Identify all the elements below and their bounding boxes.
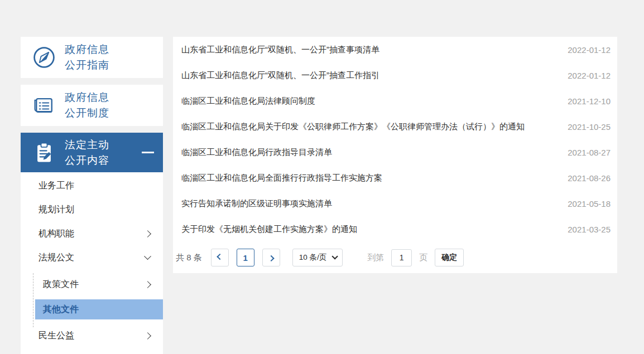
confirm-button[interactable]: 确定 (435, 249, 464, 266)
sidebar-item-statutory-disclosure[interactable]: 法定主动 公开内容 (21, 133, 163, 172)
page-unit-label: 页 (419, 253, 427, 263)
sidebar-item-label: 法定主动 公开内容 (65, 137, 109, 168)
total-count-label: 共 8 条 (176, 253, 202, 263)
chevron-icon (144, 332, 151, 340)
list-item[interactable]: 山东省工业和信息化厅“双随机、一公开”抽查事项清单 2022-01-12 (173, 37, 617, 62)
notebook-icon (31, 93, 57, 118)
clipboard-pencil-icon (31, 140, 57, 166)
sidebar-menu-item-2[interactable]: 规划计划 (21, 198, 163, 222)
list-item[interactable]: 临淄区工业和信息化局关于印发《公职律师工作方案》《公职律师管理办法（试行）》的通… (173, 114, 617, 139)
document-title: 临淄区工业和信息化局法律顾问制度 (181, 96, 560, 106)
document-date: 2021-12-10 (568, 96, 611, 106)
page-size-label: 10 条/页 (299, 253, 327, 263)
collapse-minus-icon[interactable] (142, 152, 154, 153)
document-title: 临淄区工业和信息化局全面推行行政指导工作实施方案 (181, 173, 560, 183)
next-page-button[interactable] (262, 249, 280, 266)
sidebar-item-label: 政府信息 公开指南 (65, 42, 109, 73)
document-date: 2022-01-12 (568, 45, 611, 55)
sidebar-menu-item-label: 其他文件 (43, 304, 79, 316)
sidebar-menu-item-7[interactable]: 民生公益 (21, 324, 163, 348)
document-date: 2021-05-18 (568, 199, 611, 208)
sidebar-item-label: 政府信息 公开制度 (65, 90, 109, 121)
document-date: 2021-03-25 (568, 225, 611, 234)
document-date: 2021-08-26 (568, 173, 611, 183)
document-title: 临淄区工业和信息化局关于印发《公职律师工作方案》《公职律师管理办法（试行）》的通… (181, 122, 560, 132)
sidebar-menu-item-label: 民生公益 (39, 330, 74, 342)
document-date: 2021-10-25 (568, 122, 611, 132)
sidebar-menu-item-label: 政策文件 (43, 279, 79, 290)
sidebar-menu-item-label: 业务工作 (39, 180, 74, 192)
sidebar-item-gov-info-guide[interactable]: 政府信息 公开指南 (21, 37, 163, 78)
compass-icon (31, 45, 57, 70)
prev-page-button[interactable] (211, 249, 229, 266)
document-title: 实行告知承诺制的区级证明事项实施清单 (181, 198, 560, 209)
list-item[interactable]: 实行告知承诺制的区级证明事项实施清单 2021-05-18 (173, 191, 617, 216)
chevron-icon (144, 281, 151, 288)
sidebar-menu-item-label: 法规公文 (39, 252, 74, 264)
document-list-panel: 山东省工业和信息化厅“双随机、一公开”抽查事项清单 2022-01-12 山东省… (173, 37, 617, 273)
sidebar-menu-item-3[interactable]: 机构职能 (21, 222, 163, 246)
sidebar-menu-item-1[interactable]: 业务工作 (21, 174, 163, 198)
chevron-icon (144, 253, 151, 260)
sidebar-menu-item-label: 规划计划 (39, 204, 74, 216)
sidebar-menu-item-label: 机构职能 (39, 228, 74, 240)
sidebar-menu-item-5[interactable]: 政策文件 (21, 273, 163, 297)
document-title: 山东省工业和信息化厅“双随机、一公开”抽查工作指引 (181, 70, 560, 81)
list-item[interactable]: 临淄区工业和信息化局全面推行行政指导工作实施方案 2021-08-26 (173, 165, 617, 191)
sidebar-item-gov-info-system[interactable]: 政府信息 公开制度 (21, 85, 163, 126)
list-item[interactable]: 临淄区工业和信息化局行政指导目录清单 2021-08-27 (173, 139, 617, 165)
chevron-left-icon (217, 254, 223, 260)
chevron-icon (144, 230, 151, 237)
list-item[interactable]: 临淄区工业和信息化局法律顾问制度 2021-12-10 (173, 88, 617, 114)
page-1-button[interactable]: 1 (237, 249, 254, 266)
document-title: 临淄区工业和信息化局行政指导目录清单 (181, 147, 560, 158)
list-item[interactable]: 山东省工业和信息化厅“双随机、一公开”抽查工作指引 2022-01-12 (173, 62, 617, 88)
pagination: 共 8 条 1 10 条/页 到第 页 确定 (173, 242, 617, 273)
document-title: 山东省工业和信息化厅“双随机、一公开”抽查事项清单 (181, 45, 560, 55)
sidebar-submenu: 业务工作 规划计划 机构职能 法规公文 政策文件 其他文件 民生公益 (21, 172, 163, 354)
sidebar: 政府信息 公开指南 政府信息 公开制度 法定主动 (21, 37, 163, 354)
document-date: 2021-08-27 (568, 148, 611, 157)
chevron-down-icon (332, 253, 338, 259)
page-size-select[interactable]: 10 条/页 (292, 249, 343, 266)
sidebar-menu-item-6[interactable]: 其他文件 (35, 299, 163, 319)
sidebar-menu-item-4[interactable]: 法规公文 (21, 246, 163, 270)
document-date: 2022-01-12 (568, 71, 611, 80)
goto-page-label: 到第 (367, 253, 384, 263)
chevron-right-icon (268, 255, 274, 261)
list-item[interactable]: 关于印发《无烟机关创建工作实施方案》的通知 2021-03-25 (173, 216, 617, 242)
document-title: 关于印发《无烟机关创建工作实施方案》的通知 (181, 224, 560, 235)
goto-page-input[interactable] (391, 249, 412, 266)
document-list: 山东省工业和信息化厅“双随机、一公开”抽查事项清单 2022-01-12 山东省… (173, 37, 617, 242)
